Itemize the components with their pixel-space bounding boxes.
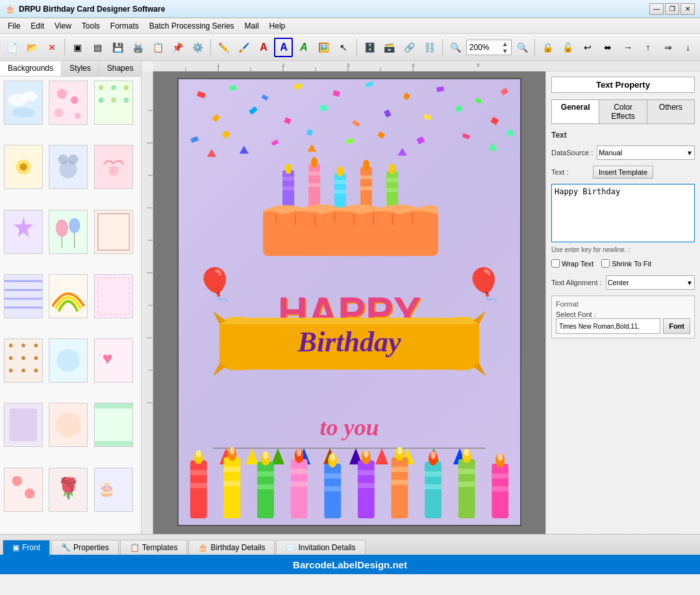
paste-button[interactable]: 📌 [168, 38, 187, 57]
menu-edit[interactable]: Edit [25, 20, 49, 32]
invitation-icon: ✉️ [286, 543, 295, 552]
unlock-button[interactable]: 🔓 [558, 38, 577, 57]
down-button[interactable]: ↓ [679, 38, 697, 57]
tab-color-effects[interactable]: Color Effects [599, 100, 647, 123]
svg-point-211 [464, 449, 469, 457]
tab-templates[interactable]: 📋 Templates [120, 540, 188, 555]
db2-button[interactable]: 🗃️ [381, 38, 399, 57]
svg-rect-101 [197, 91, 206, 99]
thumb-pink2[interactable] [94, 274, 133, 318]
undo-button[interactable]: ↩ [579, 38, 597, 57]
ruler-vertical: 1 2 3 4 [142, 71, 153, 534]
thumb-dots[interactable] [4, 338, 43, 383]
svg-rect-107 [403, 92, 411, 100]
nav-button[interactable]: ⇒ [658, 38, 677, 57]
tab-properties[interactable]: 🔧 Properties [51, 540, 119, 555]
open-button[interactable]: 📂 [23, 38, 42, 57]
svg-rect-115 [352, 120, 360, 127]
thumb-blue[interactable] [49, 338, 88, 383]
datasource-dropdown[interactable]: Manual ▼ [597, 146, 695, 160]
wordart-button[interactable]: A [294, 38, 313, 57]
pen-button[interactable]: ✏️ [214, 38, 233, 57]
maximize-button[interactable]: ❐ [665, 3, 679, 15]
svg-text:5: 5 [477, 62, 480, 68]
lock-button[interactable]: 🔒 [538, 38, 557, 57]
save-button[interactable]: 💾 [108, 38, 127, 57]
tab-backgrounds[interactable]: Backgrounds [0, 61, 62, 76]
zoom-in-button[interactable]: 🔍 [446, 38, 465, 57]
text-box-button[interactable]: A [274, 38, 293, 57]
thumb-lavender[interactable] [4, 403, 43, 447]
tab-invitation-details[interactable]: ✉️ Invitation Details [276, 540, 365, 555]
align-button[interactable]: ⬌ [599, 38, 618, 57]
thumb-red[interactable] [4, 468, 43, 512]
thumb-peach[interactable] [49, 403, 88, 447]
page2-button[interactable]: ▤ [88, 38, 107, 57]
tab-shapes[interactable]: Shapes [99, 61, 142, 76]
delete-button[interactable]: ✕ [43, 38, 62, 57]
wrap-text-checkbox[interactable] [551, 259, 560, 268]
zoom-out-button[interactable]: 🔍 [513, 38, 532, 57]
titlebar-controls[interactable]: — ❐ ✕ [649, 3, 695, 15]
image-button[interactable]: 🖼️ [314, 38, 333, 57]
link2-button[interactable]: ⛓️ [420, 38, 439, 57]
thumb-stars[interactable] [4, 210, 43, 254]
thumb-flowers[interactable] [49, 81, 88, 125]
menu-view[interactable]: View [49, 20, 77, 32]
thumb-beige[interactable] [94, 210, 133, 254]
zoom-up-arrow[interactable]: ▲ [502, 40, 508, 47]
alignment-dropdown[interactable]: Center ▼ [606, 275, 695, 290]
up-button[interactable]: ↑ [639, 38, 658, 57]
thumb-mint[interactable] [94, 403, 133, 447]
brush-button[interactable]: 🖌️ [234, 38, 253, 57]
thumb-bears[interactable] [49, 145, 88, 189]
menu-tools[interactable]: Tools [77, 20, 105, 32]
menu-formats[interactable]: Formats [105, 20, 144, 32]
alignment-value: Center [608, 279, 629, 286]
thumb-sunflowers[interactable] [4, 145, 43, 189]
thumb-pattern[interactable] [94, 81, 133, 125]
thumb-roses[interactable]: 🌹 [49, 468, 88, 512]
zoom-input[interactable] [469, 43, 502, 52]
thumb-rainbow[interactable] [49, 274, 88, 318]
shrink-to-checkbox[interactable] [601, 259, 610, 268]
thumb-balloons[interactable] [49, 210, 88, 254]
canvas-area[interactable]: 🎈 🎈 HAPPY Birt [153, 71, 545, 534]
thumb-birds[interactable] [94, 145, 133, 189]
tab-birthday-details[interactable]: 🎂 Birthday Details [188, 540, 275, 555]
db-button[interactable]: 🗄️ [360, 38, 379, 57]
forward-button[interactable]: → [619, 38, 638, 57]
tab-general[interactable]: General [552, 100, 599, 123]
page-button[interactable]: ▣ [68, 38, 87, 57]
settings-button[interactable]: ⚙️ [188, 38, 207, 57]
tab-front[interactable]: ▣ Front [3, 540, 50, 555]
insert-template-button[interactable]: Insert Template [593, 166, 653, 179]
copy-button[interactable]: 📋 [149, 38, 168, 57]
tab-styles[interactable]: Styles [62, 61, 99, 76]
menu-mail[interactable]: Mail [240, 20, 264, 32]
thumb-hearts[interactable]: ♥ [94, 338, 133, 383]
link-button[interactable]: 🔗 [400, 38, 419, 57]
minimize-button[interactable]: — [649, 3, 664, 15]
cursor-button[interactable]: ↖ [334, 38, 353, 57]
thumb-clouds[interactable] [4, 81, 43, 125]
font-button[interactable]: Font [663, 318, 690, 334]
svg-rect-127 [462, 133, 470, 139]
thumb-card[interactable]: 🎂 [94, 468, 133, 512]
menu-file[interactable]: File [3, 20, 25, 32]
svg-rect-117 [423, 114, 432, 120]
svg-point-15 [123, 97, 129, 103]
menu-batch[interactable]: Batch Processing Series [144, 20, 240, 32]
text-button[interactable]: A [255, 38, 273, 57]
tab-invitation-label: Invitation Details [298, 543, 355, 552]
thumb-stripes[interactable] [4, 274, 43, 318]
print-button[interactable]: 🖨️ [129, 38, 147, 57]
zoom-down-arrow[interactable]: ▼ [502, 47, 508, 55]
tab-others[interactable]: Others [647, 100, 694, 123]
menu-help[interactable]: Help [264, 20, 291, 32]
balloon-right: 🎈 [464, 266, 503, 303]
close-button[interactable]: ✕ [681, 3, 695, 15]
text-input[interactable]: Happy Birthday [551, 184, 695, 242]
tab-properties-label: Properties [73, 543, 109, 552]
new-button[interactable]: 📄 [3, 38, 21, 57]
